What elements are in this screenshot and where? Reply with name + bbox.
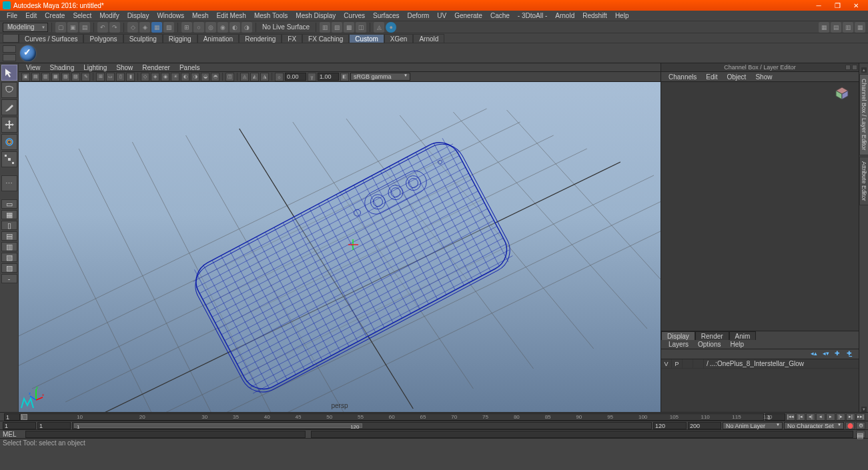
anim-layer-dropdown[interactable]: No Anim Layer (723, 422, 783, 429)
prefs-icon[interactable]: ⚙ (856, 422, 865, 429)
panel-menu-lighting[interactable]: Lighting (79, 64, 111, 71)
menu-deform[interactable]: Deform (404, 12, 434, 19)
goto-end-icon[interactable]: ▸▸| (856, 413, 865, 421)
shaded-icon[interactable]: ◈ (151, 73, 159, 81)
snap-plane-icon[interactable]: ◉ (218, 22, 228, 33)
menu-edit-mesh[interactable]: Edit Mesh (212, 12, 250, 19)
ao-icon[interactable]: ◑ (191, 73, 199, 81)
grid-icon[interactable]: ⊞ (96, 73, 105, 81)
render-settings-icon[interactable]: ◫ (356, 22, 366, 33)
range-inner-start[interactable]: 1 (37, 422, 71, 429)
layout-hypershade-icon[interactable]: ▨ (1, 263, 17, 273)
select-comp-icon[interactable]: ▧ (163, 22, 174, 33)
layer-color-swatch[interactable] (693, 359, 704, 369)
menu-create[interactable]: Create (41, 12, 69, 19)
last-tool[interactable]: ⋯ (1, 175, 17, 191)
shelf-tab-xgen[interactable]: XGen (384, 34, 414, 43)
colorspace-dropdown[interactable]: sRGB gamma (350, 73, 410, 81)
select-tool[interactable] (1, 65, 17, 81)
panel-menu-view[interactable]: View (21, 64, 45, 71)
gate-mask-icon[interactable]: ▮ (126, 73, 135, 81)
range-inner-end[interactable]: 120 (653, 422, 687, 429)
select-hier-icon[interactable]: ◈ (139, 22, 150, 33)
snap-grid-icon[interactable]: ⊞ (181, 22, 192, 33)
render-icon[interactable]: ▨ (332, 22, 342, 33)
layout-two-icon[interactable]: ▯ (1, 221, 17, 230)
time-slider[interactable]: 1 11020303540455055606570758085909510010… (0, 412, 868, 421)
layer-menu-help[interactable]: Help (725, 341, 749, 348)
sidetab-attribute-editor[interactable]: Attribute Editor (859, 157, 869, 206)
construction-history-icon[interactable]: ▥ (320, 22, 330, 33)
cb-menu-edit[interactable]: Edit (701, 73, 722, 81)
cmd-language-label[interactable]: MEL (3, 431, 23, 438)
layer-type-toggle[interactable] (683, 359, 693, 369)
character-set-dropdown[interactable]: No Character Set (784, 422, 844, 429)
play-back-icon[interactable]: ◂ (816, 413, 825, 421)
ipr-icon[interactable]: ▩ (344, 22, 354, 33)
side-scroll-down-icon[interactable]: ▾ (861, 407, 867, 412)
isolate-select-icon[interactable]: ◫ (226, 73, 234, 81)
maximize-button[interactable]: ❐ (828, 1, 847, 10)
panel-menu-renderer[interactable]: Renderer (137, 64, 175, 71)
viewcube-icon[interactable] (835, 86, 849, 101)
shelf-tab-curves-surfaces[interactable]: Curves / Surfaces (19, 34, 83, 43)
panel-layout-2-icon[interactable]: ▥ (843, 22, 853, 33)
shelf-tab-fx-caching[interactable]: FX Caching (302, 34, 349, 43)
step-fwd-icon[interactable]: |▸ (836, 413, 845, 421)
script-editor-icon[interactable]: ▤ (856, 431, 865, 438)
gamma-value[interactable]: 1.00 (318, 73, 339, 81)
shadows-icon[interactable]: ◐ (181, 73, 189, 81)
menu-edit[interactable]: Edit (21, 12, 41, 19)
shelf-menu-button[interactable] (3, 34, 19, 43)
menu-mesh-tools[interactable]: Mesh Tools (250, 12, 292, 19)
exposure-icon[interactable]: ☼ (275, 73, 284, 81)
snap-point-icon[interactable]: ◎ (205, 22, 216, 33)
shelf-tab-animation[interactable]: Animation (197, 34, 239, 43)
auto-key-icon[interactable]: ⬤ (845, 422, 855, 429)
new-scene-icon[interactable]: ▢ (55, 22, 66, 33)
close-button[interactable]: ✕ (847, 1, 865, 10)
menu-modify[interactable]: Modify (95, 12, 123, 19)
resolution-gate-icon[interactable]: ▯ (116, 73, 125, 81)
gamma-icon[interactable]: γ (308, 73, 316, 81)
panel-menu-show[interactable]: Show (111, 64, 137, 71)
anti-alias-icon[interactable]: ◓ (211, 73, 220, 81)
menu-generate[interactable]: Generate (450, 12, 486, 19)
lasso-tool[interactable] (1, 82, 17, 98)
layout-persp-icon[interactable]: ▧ (1, 253, 17, 262)
menu-display[interactable]: Display (123, 12, 153, 19)
lock-camera-icon[interactable]: ▤ (31, 73, 40, 81)
menu-cache[interactable]: Cache (486, 12, 514, 19)
workspace-dropdown[interactable]: Modeling (3, 23, 48, 32)
redo-icon[interactable]: ↷ (109, 22, 120, 33)
shelf-tab-sculpting[interactable]: Sculpting (123, 34, 163, 43)
camera-attr-icon[interactable]: ▥ (41, 73, 50, 81)
shelf-layout-toggle[interactable] (3, 45, 16, 61)
layout-custom-icon[interactable]: - (1, 274, 17, 283)
play-fwd-icon[interactable]: ▸ (826, 413, 835, 421)
film-gate-icon[interactable]: ▭ (106, 73, 115, 81)
cmd-input[interactable] (25, 431, 306, 438)
minimize-button[interactable]: ─ (809, 1, 828, 10)
select-camera-icon[interactable]: ▣ (21, 73, 30, 81)
wireframe-icon[interactable]: ◇ (141, 73, 149, 81)
panel-popout-icon[interactable] (845, 65, 851, 70)
panel-menu-shading[interactable]: Shading (45, 64, 79, 71)
sidetab-channel-box[interactable]: Channel Box / Layer Editor (859, 74, 869, 155)
menu-mesh-display[interactable]: Mesh Display (292, 12, 340, 19)
menu-windows[interactable]: Windows (153, 12, 188, 19)
image-plane-icon[interactable]: ▧ (61, 73, 70, 81)
shelf-tab-fx[interactable]: FX (282, 34, 302, 43)
xray-joints-icon[interactable]: ◭ (250, 73, 259, 81)
layer-new-selected-icon[interactable]: ✚̲ (847, 350, 855, 358)
layer-tab-render[interactable]: Render (695, 331, 729, 340)
xray-icon[interactable]: ◬ (240, 73, 249, 81)
select-obj-icon[interactable]: ▦ (151, 22, 162, 33)
select-mode-icon[interactable]: ◇ (127, 22, 138, 33)
shelf-tab-polygons[interactable]: Polygons (83, 34, 123, 43)
shelf-tab-rendering[interactable]: Rendering (239, 34, 282, 43)
side-scroll-up-icon[interactable]: ▴ (861, 67, 867, 73)
range-outer-end[interactable]: 200 (688, 422, 721, 429)
panel-layout-3-icon[interactable]: ▦ (855, 22, 865, 33)
textured-icon[interactable]: ◉ (161, 73, 169, 81)
